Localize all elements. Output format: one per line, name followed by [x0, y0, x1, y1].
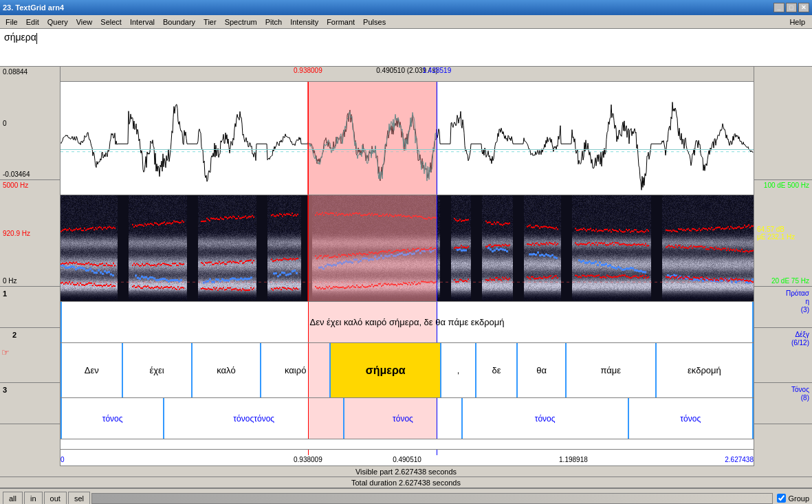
- statusbar-visible: Visible part 2.627438 seconds: [0, 466, 812, 477]
- waveform-display[interactable]: [61, 82, 754, 195]
- menu-interval[interactable]: Interval: [126, 17, 159, 27]
- menu-view[interactable]: View: [72, 17, 97, 27]
- center-content: 0.938009 0.490510 (2.039 / s) 1.428519: [61, 67, 754, 466]
- timebar-right-pos: 1.198918: [559, 456, 588, 463]
- menu-file[interactable]: File: [1, 17, 22, 27]
- spectrogram-canvas: [61, 195, 754, 301]
- tier3-tonos-3[interactable]: τόνος: [344, 398, 462, 439]
- sel-button[interactable]: sel: [68, 492, 90, 505]
- tier3-num: 3: [3, 386, 7, 394]
- tier3-tonos-5[interactable]: τόνος: [629, 398, 754, 439]
- tier2-echei[interactable]: έχει: [123, 343, 193, 397]
- text-input-area[interactable]: σήμερα: [0, 29, 812, 67]
- spec-mid-freq: 920.9 Hz: [3, 230, 57, 237]
- tier2-name: Δέξγ(6/12): [791, 331, 809, 347]
- tier2-de[interactable]: δε: [476, 343, 518, 397]
- group-checkbox[interactable]: [777, 494, 786, 503]
- menu-query[interactable]: Query: [43, 17, 72, 27]
- out-button[interactable]: out: [44, 492, 67, 505]
- total-duration: Total duration 2.627438 seconds: [351, 479, 461, 487]
- waveform-right-labels: [754, 67, 812, 180]
- menu-help[interactable]: Help: [789, 18, 811, 26]
- menu-pulses[interactable]: Pulses: [359, 17, 390, 27]
- menu-formant[interactable]: Formant: [322, 17, 359, 27]
- statusbar-total: Total duration 2.627438 seconds: [0, 477, 812, 488]
- left-time-marker: 0.938009: [294, 67, 322, 74]
- left-labels: 0.08844 0 -0.03464 5000 Hz 920.9 Hz 0 Hz…: [0, 67, 61, 466]
- tier2-pame[interactable]: πάμε: [567, 343, 657, 397]
- menu-intensity[interactable]: Intensity: [286, 17, 322, 27]
- scrollbar[interactable]: [91, 493, 773, 504]
- tier2-comma[interactable]: ,: [441, 343, 476, 397]
- tier2-den[interactable]: Δεν: [61, 343, 123, 397]
- tier1-text: Δεν έχει καλό καιρό σήμερα, δε θα πάμε ε…: [309, 317, 504, 327]
- window-controls: _ □ ✕: [773, 3, 809, 12]
- tier1-name: Πρόταση(3): [786, 289, 809, 314]
- menu-tier[interactable]: Tier: [199, 17, 221, 27]
- tier2-num: 2: [12, 331, 17, 339]
- main-visualization: 0.08844 0 -0.03464 5000 Hz 920.9 Hz 0 Hz…: [0, 67, 812, 466]
- tier-left-labels: 1 ☞ 2 3: [0, 287, 60, 466]
- tier3-tonos-2[interactable]: τόνοςτόνος: [164, 398, 344, 439]
- waveform-canvas[interactable]: [61, 82, 754, 195]
- spec-right-mid: 64.57 dB μE 232.1 Hz: [757, 226, 809, 241]
- right-time-marker: 1.428519: [422, 67, 451, 74]
- in-button[interactable]: in: [24, 492, 43, 505]
- spectrogram-right-labels: 100 dE 500 Hz 64.57 dB μE 232.1 Hz 20 dE…: [754, 180, 812, 287]
- tier3-tonos-4[interactable]: τόνος: [463, 398, 629, 439]
- right-labels: 100 dE 500 Hz 64.57 dB μE 232.1 Hz 20 dE…: [754, 67, 812, 466]
- timebar-right-tick: [437, 450, 437, 455]
- tier3-left-label: 3: [0, 383, 60, 424]
- timebar-center-pos: 0.490510: [393, 456, 421, 463]
- spectrogram-display[interactable]: [61, 195, 754, 302]
- tier2-ekdromi[interactable]: εκδρομή: [657, 343, 754, 397]
- bottom-controls: all in out sel Group: [0, 488, 812, 504]
- waveform-top-value: 0.08844: [3, 68, 57, 76]
- waveform-bottom-value: -0.03464: [3, 171, 57, 178]
- spec-top-freq: 5000 Hz: [3, 182, 57, 189]
- tier-right-labels: Πρόταση(3) Δέξγ(6/12) Τόνος(8): [754, 287, 812, 466]
- tier2-kalo[interactable]: καλό: [193, 343, 262, 397]
- menubar: File Edit Query View Select Interval Bou…: [0, 15, 812, 29]
- menu-select[interactable]: Select: [96, 17, 126, 27]
- tier1-num: 1: [3, 289, 7, 298]
- waveform-zero-value: 0: [3, 120, 57, 127]
- tier1-interval-1[interactable]: Δεν έχει καλό καιρό σήμερα, δε θα πάμε ε…: [61, 302, 754, 342]
- timebar: 0 0.938009 0.490510 1.198918 2.627438: [61, 449, 754, 466]
- tier-3-row[interactable]: τόνος τόνοςτόνος τόνος τόνος τόνος: [61, 398, 754, 439]
- close-button[interactable]: ✕: [798, 3, 809, 12]
- tier-1-row[interactable]: Δεν έχει καλό καιρό σήμερα, δε θα πάμε ε…: [61, 302, 754, 343]
- timebar-end: 2.627438: [725, 456, 754, 463]
- menu-pitch[interactable]: Pitch: [261, 17, 286, 27]
- window-title: 23. TextGrid arn4: [3, 3, 64, 12]
- menu-boundary[interactable]: Boundary: [159, 17, 199, 27]
- tier1-right-label: Πρόταση(3): [754, 287, 812, 328]
- timebar-left-tick: [308, 450, 309, 455]
- tier2-left-label: ☞ 2: [0, 328, 60, 383]
- titlebar: 23. TextGrid arn4 _ □ ✕: [0, 0, 812, 15]
- tier2-tha[interactable]: θα: [518, 343, 567, 397]
- spec-bottom-freq: 0 Hz: [3, 277, 57, 285]
- waveform-zero-line: [61, 149, 754, 150]
- spectrogram-left-labels: 5000 Hz 920.9 Hz 0 Hz: [0, 180, 60, 287]
- text-content: σήμερα: [4, 32, 36, 43]
- tier3-name: Τόνος(8): [791, 386, 809, 402]
- spec-right-top: 100 dE 500 Hz: [764, 182, 809, 189]
- minimize-button[interactable]: _: [773, 3, 784, 12]
- visible-duration: Visible part 2.627438 seconds: [355, 468, 457, 476]
- tier2-kairo[interactable]: καιρό: [261, 343, 331, 397]
- tier3-right-label: Τόνος(8): [754, 383, 812, 424]
- tier2-simera[interactable]: σήμερα: [331, 343, 441, 397]
- maximize-button[interactable]: □: [786, 3, 797, 12]
- waveform-left-labels: 0.08844 0 -0.03464: [0, 67, 60, 180]
- all-button[interactable]: all: [3, 492, 23, 505]
- timebar-left-pos: 0.938009: [294, 456, 322, 463]
- tier3-tonos-1[interactable]: τόνος: [61, 398, 164, 439]
- menu-edit[interactable]: Edit: [22, 17, 43, 27]
- timebar-start: 0: [61, 456, 65, 463]
- tier-2-row[interactable]: Δεν έχει καλό καιρό σήμερα , δε θα πάμε …: [61, 343, 754, 398]
- group-checkbox-area[interactable]: Group: [777, 494, 809, 503]
- menu-spectrum[interactable]: Spectrum: [221, 17, 261, 27]
- spec-right-bot: 20 dE 75 Hz: [771, 277, 809, 285]
- time-markers-header: 0.938009 0.490510 (2.039 / s) 1.428519: [61, 67, 754, 82]
